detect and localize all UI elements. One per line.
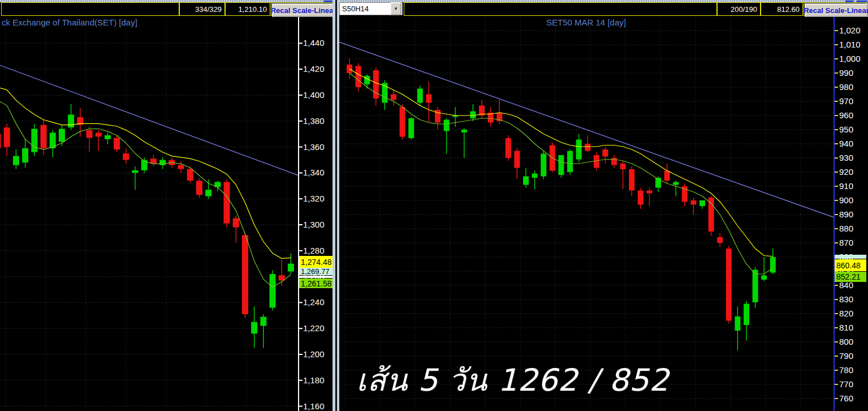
candle [629, 169, 634, 191]
candle [114, 138, 120, 150]
candle [709, 198, 714, 232]
set-index-price-axis: 1,4401,4201,4001,3801,3601,3401,3201,300… [299, 16, 325, 411]
candle [196, 181, 202, 195]
candle [373, 70, 379, 99]
window-resize-divider-right[interactable] [337, 0, 339, 411]
candle [611, 158, 617, 165]
svg-text:1,220: 1,220 [303, 323, 325, 333]
svg-text:790: 790 [839, 351, 853, 361]
candle [532, 174, 538, 178]
candle [270, 274, 276, 308]
left-ma-yellow-tag: 1,274.48 [299, 256, 334, 268]
candle [558, 155, 564, 175]
svg-text:1,360: 1,360 [303, 142, 325, 152]
candle [224, 182, 230, 223]
candle [41, 125, 47, 148]
candle [664, 171, 670, 181]
svg-text:940: 940 [839, 139, 853, 148]
svg-text:1,420: 1,420 [303, 64, 325, 74]
candle [444, 120, 450, 131]
candle [506, 138, 511, 158]
svg-text:830: 830 [839, 294, 853, 304]
left-empty-field[interactable] [1, 2, 179, 16]
candle [22, 148, 28, 162]
left-recal-button-box: Recal Scale-Linear [271, 2, 334, 16]
svg-text:930: 930 [839, 153, 853, 162]
right-price-field[interactable]: 812.60 [761, 2, 803, 16]
left-price-field[interactable]: 1,210.10 [225, 2, 270, 16]
svg-text:970: 970 [839, 96, 853, 106]
charts-canvas: 1,4401,4201,4001,3801,3601,3401,3201,300… [0, 0, 868, 411]
svg-text:1,180: 1,180 [303, 375, 325, 385]
chevron-down-icon[interactable]: ▼ [390, 2, 401, 15]
candle [178, 165, 184, 169]
right-recal-button-box: Recal Scale-Linear [804, 2, 867, 16]
candle [59, 129, 65, 142]
left-ma-green-tag: 1,261.58 [299, 279, 334, 288]
svg-text:780: 780 [839, 365, 853, 375]
svg-text:1,400: 1,400 [303, 90, 325, 100]
candle [105, 135, 111, 139]
svg-text:1,010: 1,010 [839, 40, 861, 49]
candle [744, 304, 749, 326]
left-recal-scale-button[interactable]: Recal Scale-Linear [272, 3, 335, 17]
svg-text:870: 870 [839, 238, 853, 247]
candle [187, 169, 193, 181]
svg-text:1,280: 1,280 [303, 246, 325, 255]
symbol-dropdown-value: S50H14 [342, 5, 369, 13]
candle [461, 130, 467, 132]
five-day-line-annotation: เส้น 5 วัน 1262 / 852 [356, 356, 669, 404]
set50-futures-candles [347, 59, 776, 350]
svg-text:1,240: 1,240 [303, 297, 325, 307]
right-chart-title: SET50 MAR 14 [day] [546, 18, 626, 27]
symbol-dropdown[interactable]: S50H14 ▼ [339, 2, 403, 15]
svg-text:1,020: 1,020 [839, 25, 861, 35]
svg-text:810: 810 [839, 323, 853, 332]
candle [690, 200, 696, 205]
candle [761, 276, 767, 280]
svg-text:1,320: 1,320 [303, 194, 325, 203]
candle [638, 191, 644, 205]
set50-futures-plot [339, 16, 835, 411]
candle [408, 118, 414, 138]
candle [400, 107, 405, 137]
svg-text:820: 820 [839, 309, 853, 318]
right-recal-scale-button[interactable]: Recal Scale-Linear [805, 3, 868, 17]
candle [123, 153, 129, 160]
svg-text:890: 890 [839, 209, 853, 219]
candle [251, 322, 257, 334]
left-white-tag-sliver [299, 276, 334, 278]
candle [726, 249, 732, 321]
candle [288, 264, 294, 272]
svg-text:1,200: 1,200 [303, 349, 325, 359]
candle [242, 235, 248, 314]
trading-workspace: 1,4401,4201,4001,3801,3601,3401,3201,300… [0, 0, 868, 411]
svg-text:1,440: 1,440 [303, 38, 325, 48]
candle [770, 257, 776, 273]
candle [673, 182, 679, 185]
svg-text:1,160: 1,160 [303, 401, 325, 411]
candle [594, 155, 599, 168]
candle [699, 200, 705, 206]
candle [391, 95, 396, 100]
right-empty-field[interactable] [404, 2, 717, 16]
right-stat-field[interactable]: 200/190 [717, 2, 761, 16]
svg-text:960: 960 [839, 110, 853, 120]
candle [87, 130, 93, 138]
set-index-candles [0, 104, 294, 348]
svg-text:990: 990 [839, 68, 853, 78]
candle [417, 89, 423, 103]
set-index-ma-yellow [0, 87, 291, 258]
candle [260, 317, 266, 326]
candle [514, 151, 520, 168]
svg-text:950: 950 [839, 125, 853, 134]
svg-text:1,300: 1,300 [303, 220, 325, 229]
left-stat-field[interactable]: 334/329 [179, 2, 225, 16]
right-ma-yellow-tag: 860.48 [835, 259, 866, 271]
svg-text:1,340: 1,340 [303, 168, 325, 177]
candle [541, 154, 546, 177]
candle [426, 95, 431, 103]
candle [68, 114, 74, 127]
candle [233, 219, 239, 228]
candle [13, 156, 19, 165]
